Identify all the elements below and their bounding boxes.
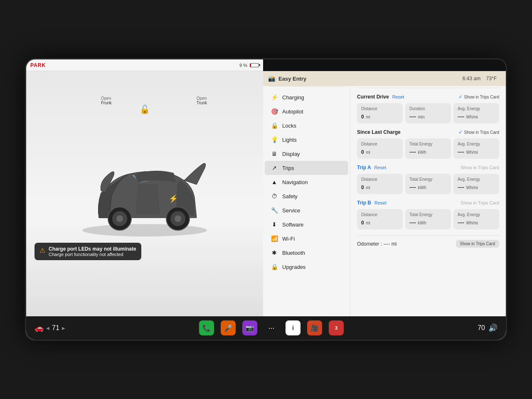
display-icon: 🖥 (271, 150, 278, 157)
trip-b-show-label: Show in Trips Card (461, 200, 499, 205)
since-charge-show-check[interactable]: ✓ Show in Trips Card (458, 129, 499, 135)
top-nav: 📸 Easy Entry 6:43 am 73°F (263, 71, 506, 86)
settings-item-upgrades[interactable]: 🔒 Upgrades (265, 260, 348, 274)
phone-button[interactable]: 📞 (199, 320, 214, 335)
more-button[interactable]: ··· (264, 320, 279, 335)
battery-percent: 9 % (239, 63, 247, 68)
trip-b-show-check[interactable]: Show in Trips Card (461, 200, 499, 205)
settings-item-display[interactable]: 🖥 Display (265, 147, 348, 161)
trips-content: 👤 Easy Entry 🕐 🔔 ✱ (350, 71, 506, 341)
right-panel: 🔍 Search Settings ⚡ Charging 🎯 Autopilot… (263, 71, 506, 341)
trip-a-show-check[interactable]: Show in Trips Card (461, 165, 499, 170)
service-icon: 🔧 (271, 207, 278, 214)
mic-button[interactable]: 🎤 (221, 320, 236, 335)
lock-icon-area: 🔓 (140, 104, 150, 114)
alert-title: Charge port LEDs may not illuminate (49, 246, 136, 252)
trip-b-distance-card: Distance 0 mi (357, 209, 403, 229)
trips-icon: ↗ (271, 165, 278, 171)
settings-sidebar: 🔍 Search Settings ⚡ Charging 🎯 Autopilot… (263, 71, 350, 341)
content-area: Open Frunk Open Trunk 🔓 (26, 71, 506, 341)
main-display: PARK 9 % 📸 Easy Entry 6:43 am 73°F (26, 59, 506, 340)
navigation-icon: ▲ (271, 179, 278, 185)
trip-a-show-label: Show in Trips Card (461, 165, 499, 170)
trip-a-reset[interactable]: Reset (374, 165, 387, 170)
bluetooth-icon: ✱ (271, 249, 278, 256)
car-area: Open Frunk Open Trunk 🔓 (26, 71, 263, 314)
trip-a-stats: Distance 0 mi Total Energy ---- kWh Avg.… (357, 174, 499, 194)
trip-b-energy-card: Total Energy ---- kWh (405, 209, 451, 229)
current-drive-stats: Distance 0 mi Duration ---- min Avg. Ene… (357, 103, 499, 123)
current-duration-card: Duration ---- min (405, 103, 451, 123)
trip-a-title: Trip A (357, 165, 371, 170)
temp-right: 70 (478, 324, 485, 332)
lock-icon: 🔒 (271, 122, 278, 129)
temp-arrow-right: ▶ (62, 326, 65, 330)
autopilot-icon: 🎯 (271, 108, 278, 115)
settings-item-navigation[interactable]: ▲ Navigation (265, 175, 348, 189)
current-duration-label: Duration (409, 106, 447, 111)
volume-icon[interactable]: 🔊 (488, 323, 498, 332)
status-right: 9 % (239, 63, 259, 68)
battery-fill (250, 64, 251, 67)
alert-icon: ⚠ (39, 246, 45, 254)
settings-item-wifi[interactable]: 📶 Wi-Fi (265, 232, 348, 246)
odometer-row: Odometer : ---- mi Show in Trips Card (357, 235, 499, 248)
odometer-show-card-button[interactable]: Show in Trips Card (456, 240, 499, 248)
trip-a-section: Trip A Reset Show in Trips Card Distance… (357, 165, 499, 194)
svg-point-6 (175, 215, 181, 222)
car-visual: ⚡ (74, 143, 215, 243)
settings-item-charging[interactable]: ⚡ Charging (265, 90, 348, 104)
odometer-text: Odometer : ---- mi (357, 241, 397, 247)
settings-item-lights[interactable]: 💡 Lights (265, 133, 348, 147)
current-drive-title: Current Drive (357, 94, 389, 100)
trip-b-reset[interactable]: Reset (374, 200, 387, 205)
left-panel: Open Frunk Open Trunk 🔓 (26, 71, 263, 341)
wifi-icon: 📶 (271, 235, 278, 242)
taskbar-center: 📞 🎤 📷 ··· i 🎥 3 (65, 320, 478, 335)
settings-item-autopilot[interactable]: 🎯 Autopilot (265, 104, 348, 118)
taskbar-left: 🚗 ◀ 71 ▶ (34, 323, 65, 332)
trip-b-avg-energy-card: Avg. Energy ---- Wh/mi (453, 209, 499, 229)
trip-b-header: Trip B Reset Show in Trips Card (357, 200, 499, 206)
battery-icon (250, 63, 259, 67)
settings-item-bluetooth[interactable]: ✱ Bluetooth (265, 246, 348, 260)
top-nav-left: 📸 Easy Entry (268, 75, 458, 82)
charging-icon: ⚡ (271, 94, 278, 101)
check-icon: ✓ (458, 94, 463, 100)
check-icon-2: ✓ (458, 129, 463, 135)
svg-point-0 (82, 224, 207, 236)
settings-item-locks[interactable]: 🔒 Locks (265, 118, 348, 133)
calendar-button[interactable]: 3 (329, 320, 344, 335)
charge-distance-card: Distance 0 mi (357, 138, 403, 159)
info-button[interactable]: i (286, 320, 300, 335)
current-energy-card: Avg. Energy ---- Wh/mi (453, 103, 499, 123)
status-bar: PARK 9 % (26, 59, 263, 71)
trip-a-avg-energy-card: Avg. Energy ---- Wh/mi (453, 174, 499, 194)
current-drive-reset[interactable]: Reset (392, 94, 404, 99)
camera-button[interactable]: 📷 (242, 320, 257, 335)
park-label: PARK (30, 62, 46, 68)
trunk-label[interactable]: Open Trunk (197, 96, 207, 105)
settings-item-safety[interactable]: ⏱ Safety (265, 189, 348, 203)
current-drive-section: Current Drive Reset ✓ Show in Trips Card… (357, 94, 499, 123)
svg-text:⚡: ⚡ (169, 194, 178, 203)
settings-item-software[interactable]: ⬇ Software (265, 217, 348, 232)
trip-a-distance-card: Distance 0 mi (357, 174, 403, 194)
since-last-charge-header: Since Last Charge ✓ Show in Trips Card (357, 129, 499, 135)
car-icon[interactable]: 🚗 (34, 323, 44, 332)
charge-alert: ⚠ Charge port LEDs may not illuminate Ch… (34, 243, 141, 260)
settings-item-service[interactable]: 🔧 Service (265, 203, 348, 217)
upgrades-icon: 🔒 (271, 264, 278, 270)
current-drive-show-check[interactable]: ✓ Show in Trips Card (458, 94, 499, 100)
safety-icon: ⏱ (271, 193, 278, 200)
trip-a-header: Trip A Reset Show in Trips Card (357, 165, 499, 170)
software-icon: ⬇ (271, 221, 278, 228)
dashcam-button[interactable]: 🎥 (307, 320, 322, 335)
since-last-charge-section: Since Last Charge ✓ Show in Trips Card D… (357, 129, 499, 159)
charge-avg-energy-card: Avg. Energy ---- Wh/mi (453, 138, 499, 159)
frunk-label[interactable]: Open Frunk (101, 96, 112, 105)
screen-bezel: PARK 9 % 📸 Easy Entry 6:43 am 73°F (25, 58, 507, 341)
settings-item-trips[interactable]: ↗ Trips (265, 161, 348, 175)
top-nav-time-temp: 6:43 am 73°F (463, 76, 497, 81)
alert-body: Charge port functionality not affected (49, 252, 136, 257)
